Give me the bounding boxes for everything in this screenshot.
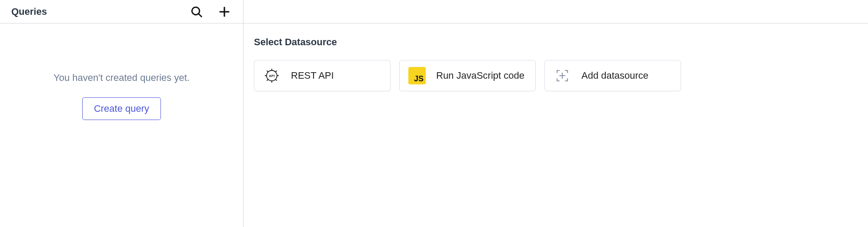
datasource-cards: API REST API JS Run JavaScript code [254, 60, 858, 91]
datasource-card-rest-api[interactable]: API REST API [254, 60, 391, 91]
datasource-card-javascript[interactable]: JS Run JavaScript code [399, 60, 536, 91]
svg-text:API: API [269, 74, 274, 78]
sidebar-header: Queries [0, 0, 243, 23]
create-query-button[interactable]: Create query [82, 97, 161, 120]
datasource-card-add[interactable]: Add datasource [544, 60, 681, 91]
sidebar-body: You haven't created queries yet. Create … [0, 23, 243, 227]
js-icon: JS [408, 67, 426, 84]
card-label: Run JavaScript code [436, 70, 524, 81]
empty-queries-message: You haven't created queries yet. [53, 72, 190, 83]
main-panel: Select Datasource API REST API JS [244, 0, 868, 227]
sidebar-title: Queries [11, 6, 47, 17]
queries-sidebar: Queries You haven't created queries ye [0, 0, 244, 227]
add-datasource-icon [554, 67, 571, 84]
sidebar-actions [190, 5, 231, 18]
search-icon[interactable] [190, 5, 203, 18]
card-label: Add datasource [581, 70, 648, 81]
svg-line-1 [199, 13, 202, 17]
select-datasource-title: Select Datasource [254, 37, 858, 48]
main-header-spacer [244, 0, 868, 23]
add-icon[interactable] [218, 5, 231, 18]
card-label: REST API [291, 70, 334, 81]
rest-api-icon: API [263, 67, 280, 84]
